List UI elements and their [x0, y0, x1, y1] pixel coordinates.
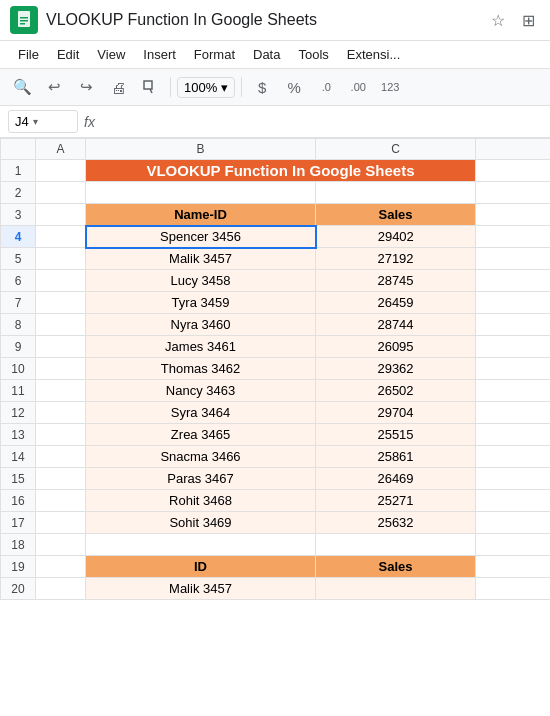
col-c-header[interactable]: C — [316, 139, 476, 160]
cell-c[interactable]: 25515 — [316, 424, 476, 446]
menu-format[interactable]: Format — [186, 43, 243, 66]
cell-a[interactable] — [36, 380, 86, 402]
table-row[interactable]: 4Spencer 345629402 — [1, 226, 551, 248]
table-row[interactable]: 16Rohit 346825271 — [1, 490, 551, 512]
cell-a[interactable] — [36, 578, 86, 600]
cell-b[interactable]: ID — [86, 556, 316, 578]
col-d-header[interactable] — [476, 139, 551, 160]
cell-d[interactable] — [476, 424, 551, 446]
formula-input[interactable] — [101, 114, 542, 129]
dec-decimals-button[interactable]: .0 — [312, 73, 340, 101]
inc-decimals-button[interactable]: .00 — [344, 73, 372, 101]
col-a-header[interactable]: A — [36, 139, 86, 160]
cell-a[interactable] — [36, 204, 86, 226]
cell-b[interactable]: Sohit 3469 — [86, 512, 316, 534]
print-button[interactable]: 🖨 — [104, 73, 132, 101]
table-row[interactable]: 12Syra 346429704 — [1, 402, 551, 424]
cell-c[interactable]: 27192 — [316, 248, 476, 270]
cell-c[interactable]: 29402 — [316, 226, 476, 248]
cell-b[interactable] — [86, 182, 316, 204]
star-icon[interactable]: ☆ — [486, 8, 510, 32]
cell-d[interactable] — [476, 336, 551, 358]
cell-d[interactable] — [476, 578, 551, 600]
cell-a[interactable] — [36, 182, 86, 204]
cell-a[interactable] — [36, 248, 86, 270]
cell-b[interactable]: Name-ID — [86, 204, 316, 226]
cell-d[interactable] — [476, 182, 551, 204]
cell-b[interactable]: Paras 3467 — [86, 468, 316, 490]
cell-d[interactable] — [476, 204, 551, 226]
cell-c[interactable] — [316, 182, 476, 204]
cell-b[interactable]: VLOOKUP Function In Google Sheets — [86, 160, 476, 182]
cell-b[interactable]: Rohit 3468 — [86, 490, 316, 512]
cell-d[interactable] — [476, 160, 551, 182]
cell-c[interactable]: 28744 — [316, 314, 476, 336]
cell-b[interactable]: Nancy 3463 — [86, 380, 316, 402]
cell-a[interactable] — [36, 402, 86, 424]
table-row[interactable]: 2 — [1, 182, 551, 204]
menu-extensions[interactable]: Extensi... — [339, 43, 408, 66]
table-row[interactable]: 6Lucy 345828745 — [1, 270, 551, 292]
cell-d[interactable] — [476, 226, 551, 248]
table-row[interactable]: 5Malik 345727192 — [1, 248, 551, 270]
cell-a[interactable] — [36, 424, 86, 446]
cell-c[interactable]: 26095 — [316, 336, 476, 358]
cell-b[interactable] — [86, 534, 316, 556]
col-b-header[interactable]: B — [86, 139, 316, 160]
menu-view[interactable]: View — [89, 43, 133, 66]
cell-d[interactable] — [476, 534, 551, 556]
cell-reference-box[interactable]: J4 ▾ — [8, 110, 78, 133]
cell-ref-dropdown-icon[interactable]: ▾ — [33, 116, 38, 127]
cell-d[interactable] — [476, 292, 551, 314]
cell-b[interactable]: Spencer 3456 — [86, 226, 316, 248]
cell-d[interactable] — [476, 446, 551, 468]
cell-b[interactable]: Malik 3457 — [86, 578, 316, 600]
cell-a[interactable] — [36, 314, 86, 336]
cell-c[interactable]: 29704 — [316, 402, 476, 424]
cell-a[interactable] — [36, 292, 86, 314]
percent-format-button[interactable]: % — [280, 73, 308, 101]
table-row[interactable]: 13Zrea 346525515 — [1, 424, 551, 446]
cell-c[interactable]: 26502 — [316, 380, 476, 402]
cell-b[interactable]: Nyra 3460 — [86, 314, 316, 336]
num-format-button[interactable]: 123 — [376, 73, 404, 101]
cell-d[interactable] — [476, 314, 551, 336]
cell-a[interactable] — [36, 512, 86, 534]
undo-button[interactable]: ↩ — [40, 73, 68, 101]
cell-b[interactable]: Lucy 3458 — [86, 270, 316, 292]
menu-data[interactable]: Data — [245, 43, 288, 66]
cell-d[interactable] — [476, 380, 551, 402]
cell-c[interactable]: 28745 — [316, 270, 476, 292]
menu-edit[interactable]: Edit — [49, 43, 87, 66]
table-row[interactable]: 11Nancy 346326502 — [1, 380, 551, 402]
cell-c[interactable]: 25271 — [316, 490, 476, 512]
cell-d[interactable] — [476, 248, 551, 270]
table-row[interactable]: 17Sohit 346925632 — [1, 512, 551, 534]
table-row[interactable]: 15Paras 346726469 — [1, 468, 551, 490]
cell-a[interactable] — [36, 226, 86, 248]
table-row[interactable]: 19IDSales — [1, 556, 551, 578]
dollar-format-button[interactable]: $ — [248, 73, 276, 101]
cell-c[interactable] — [316, 578, 476, 600]
cell-a[interactable] — [36, 468, 86, 490]
zoom-control[interactable]: 100% ▾ — [177, 77, 235, 98]
redo-button[interactable]: ↪ — [72, 73, 100, 101]
cell-d[interactable] — [476, 468, 551, 490]
table-row[interactable]: 3Name-IDSales — [1, 204, 551, 226]
cell-b[interactable]: Snacma 3466 — [86, 446, 316, 468]
cell-c[interactable] — [316, 534, 476, 556]
cell-c[interactable]: 25861 — [316, 446, 476, 468]
cell-b[interactable]: Thomas 3462 — [86, 358, 316, 380]
cell-a[interactable] — [36, 534, 86, 556]
menu-tools[interactable]: Tools — [290, 43, 336, 66]
menu-file[interactable]: File — [10, 43, 47, 66]
table-row[interactable]: 7Tyra 345926459 — [1, 292, 551, 314]
paint-format-button[interactable] — [136, 73, 164, 101]
cell-b[interactable]: Malik 3457 — [86, 248, 316, 270]
cell-b[interactable]: Zrea 3465 — [86, 424, 316, 446]
drive-icon[interactable]: ⊞ — [516, 8, 540, 32]
cell-a[interactable] — [36, 556, 86, 578]
table-row[interactable]: 20Malik 3457 — [1, 578, 551, 600]
cell-c[interactable]: Sales — [316, 204, 476, 226]
menu-insert[interactable]: Insert — [135, 43, 184, 66]
